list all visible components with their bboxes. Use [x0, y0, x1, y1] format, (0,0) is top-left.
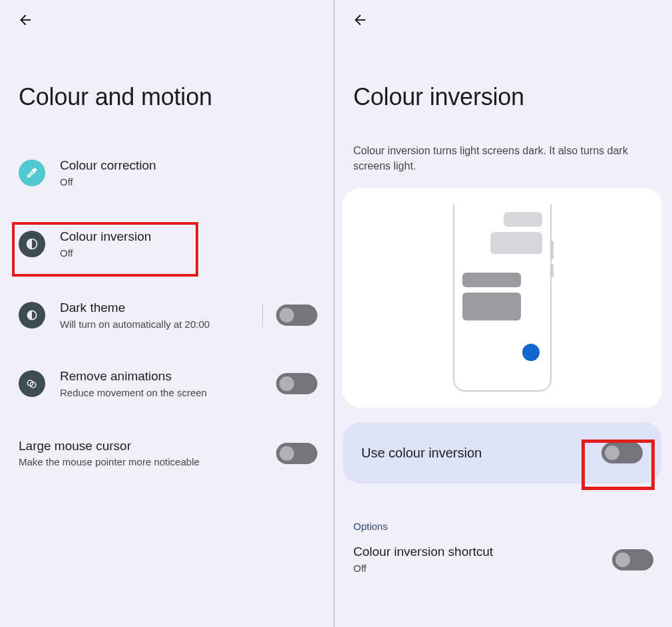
large-cursor-item[interactable]: Large mouse cursor Make the mouse pointe…: [0, 428, 333, 479]
setting-subtitle: Off: [353, 562, 612, 575]
colour-correction-item[interactable]: Colour correction Off: [0, 148, 333, 199]
dark-theme-icon: [19, 302, 45, 328]
options-section-label: Options: [353, 521, 669, 532]
setting-subtitle: Off: [60, 176, 317, 189]
dark-theme-item[interactable]: Dark theme Will turn on automatically at…: [0, 290, 333, 341]
setting-title: Remove animations: [60, 368, 269, 385]
back-button[interactable]: [12, 7, 39, 33]
animation-icon: [19, 370, 45, 397]
dark-theme-toggle[interactable]: [276, 305, 317, 326]
setting-subtitle: Will turn on automatically at 20:00: [60, 318, 213, 331]
eyedropper-icon: [19, 160, 45, 186]
chat-bubble-graphic: [462, 273, 521, 287]
chat-bubble-graphic: [490, 232, 542, 254]
remove-animations-item[interactable]: Remove animations Reduce movement on the…: [0, 358, 333, 410]
invert-colours-icon: [19, 231, 45, 257]
setting-title: Colour inversion shortcut: [353, 544, 612, 561]
setting-subtitle: Reduce movement on the screen: [60, 386, 269, 400]
setting-title: Dark theme: [60, 300, 255, 316]
chat-bubble-graphic: [504, 212, 542, 227]
phone-button-graphic: [551, 241, 554, 259]
setting-title: Large mouse cursor: [19, 438, 269, 455]
phone-button-graphic: [551, 264, 554, 277]
description-text: Colour inversion turns light screens dar…: [353, 143, 651, 174]
setting-title: Colour inversion: [60, 229, 317, 245]
remove-animations-toggle[interactable]: [276, 373, 317, 394]
use-colour-inversion-toggle[interactable]: [601, 442, 643, 463]
arrow-left-icon: [352, 12, 368, 28]
colour-inversion-screen: Colour inversion Colour inversion turns …: [335, 0, 669, 627]
phone-illustration: [453, 204, 552, 392]
page-title: Colour and motion: [19, 83, 333, 111]
preview-card: [343, 188, 661, 408]
chat-bubble-graphic: [462, 293, 521, 320]
use-colour-inversion-row[interactable]: Use colour inversion: [343, 422, 661, 483]
shortcut-toggle[interactable]: [612, 549, 653, 570]
colour-inversion-item[interactable]: Colour inversion Off: [0, 219, 333, 270]
back-button[interactable]: [347, 7, 373, 33]
page-title: Colour inversion: [353, 83, 669, 111]
divider: [262, 303, 263, 327]
arrow-left-icon: [17, 12, 33, 28]
setting-title: Colour correction: [60, 158, 317, 174]
large-cursor-toggle[interactable]: [276, 443, 317, 464]
setting-subtitle: Off: [60, 247, 317, 260]
fab-graphic: [522, 344, 540, 361]
setting-subtitle: Make the mouse pointer more noticeable: [19, 455, 269, 469]
colour-inversion-shortcut-item[interactable]: Colour inversion shortcut Off: [335, 544, 669, 575]
colour-and-motion-screen: Colour and motion Colour correction Off …: [0, 0, 335, 627]
use-colour-inversion-label: Use colour inversion: [361, 445, 482, 461]
